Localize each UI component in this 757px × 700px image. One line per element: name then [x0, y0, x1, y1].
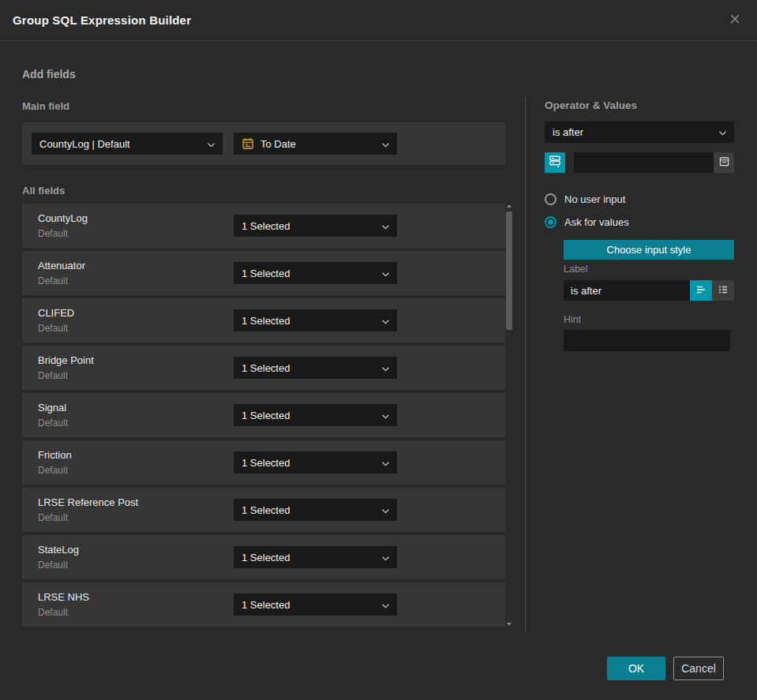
radio-label: Ask for values: [564, 216, 629, 228]
dialog-titlebar: Group SQL Expression Builder: [0, 0, 757, 41]
field-stack-icon: [549, 155, 561, 170]
choose-input-style-button[interactable]: Choose input style: [564, 240, 734, 260]
field-subtitle: Default: [38, 370, 68, 381]
main-field-select[interactable]: CountyLog | Default: [32, 133, 223, 155]
field-selection-select[interactable]: 1 Selected: [234, 546, 397, 568]
calendar-icon: [242, 137, 254, 150]
ok-button[interactable]: OK: [607, 657, 665, 680]
field-subtitle: Default: [38, 607, 68, 618]
chevron-down-icon: [382, 220, 389, 232]
label-input-row: [564, 280, 734, 301]
main-field-select-value: CountyLog | Default: [39, 138, 130, 150]
chevron-down-icon: [382, 268, 389, 279]
label-input[interactable]: [564, 280, 690, 301]
main-field-panel: CountyLog | Default To Date: [22, 122, 505, 165]
scrollbar-down-arrow[interactable]: [507, 623, 512, 626]
field-name: Bridge Point: [38, 354, 94, 366]
chevron-down-icon: [382, 138, 389, 150]
calendar-icon: [718, 155, 730, 170]
field-selection-value: 1 Selected: [242, 315, 290, 327]
scrollbar-thumb[interactable]: [506, 211, 512, 330]
field-selection-select[interactable]: 1 Selected: [234, 262, 397, 284]
field-selection-value: 1 Selected: [242, 599, 290, 611]
field-selection-value: 1 Selected: [242, 220, 290, 232]
value-input[interactable]: [574, 152, 734, 173]
chevron-down-icon: [382, 457, 389, 469]
field-name: StateLog: [38, 544, 79, 556]
chevron-down-icon: [208, 138, 215, 150]
field-subtitle: Default: [38, 228, 68, 239]
field-row-lrse-nhs: LRSE NHS Default 1 Selected: [22, 582, 505, 627]
date-field-select[interactable]: To Date: [234, 133, 397, 155]
align-left-icon: [695, 283, 707, 298]
field-name: Attenuator: [38, 260, 85, 271]
field-selection-select[interactable]: 1 Selected: [234, 593, 397, 616]
field-name: Friction: [38, 449, 72, 461]
align-left-style-button[interactable]: [690, 280, 712, 301]
field-selection-select[interactable]: 1 Selected: [234, 215, 397, 237]
field-selection-value: 1 Selected: [242, 410, 290, 421]
field-subtitle: Default: [38, 275, 68, 286]
field-row-friction: Friction Default 1 Selected: [22, 440, 505, 485]
field-row-bridge-point: Bridge Point Default 1 Selected: [22, 346, 505, 390]
field-selection-select[interactable]: 1 Selected: [234, 404, 397, 426]
field-selection-value: 1 Selected: [242, 362, 290, 374]
add-fields-heading: Add fields: [22, 68, 76, 80]
field-subtitle: Default: [38, 323, 68, 334]
field-subtitle: Default: [38, 465, 68, 476]
date-picker-button[interactable]: [714, 152, 734, 173]
field-row-statelog: StateLog Default 1 Selected: [22, 535, 505, 579]
chevron-down-icon: [382, 410, 389, 421]
field-name: Signal: [38, 402, 66, 414]
radio-on-icon: [545, 216, 557, 228]
field-row-attenuator: Attenuator Default 1 Selected: [22, 251, 505, 295]
field-row-clifed: CLIFED Default 1 Selected: [22, 298, 505, 343]
field-selection-select[interactable]: 1 Selected: [234, 499, 397, 521]
field-selection-value: 1 Selected: [242, 552, 290, 563]
chevron-down-icon: [382, 362, 389, 374]
list-style-button[interactable]: [712, 280, 734, 301]
main-field-label: Main field: [22, 100, 69, 112]
value-input-row: [545, 152, 734, 173]
radio-no-user-input[interactable]: No user input: [545, 193, 625, 205]
chevron-down-icon: [382, 599, 389, 611]
chevron-down-icon: [382, 552, 389, 563]
field-selection-value: 1 Selected: [242, 504, 290, 516]
all-fields-list: CountyLog Default 1 Selected Attenuator …: [22, 204, 505, 630]
cancel-button[interactable]: Cancel: [673, 657, 724, 680]
chevron-down-icon: [382, 315, 389, 327]
operator-select[interactable]: is after: [545, 122, 734, 143]
field-name: LRSE NHS: [38, 591, 89, 603]
field-name: CountyLog: [38, 212, 88, 224]
date-field-select-value: To Date: [260, 138, 296, 150]
radio-ask-for-values[interactable]: Ask for values: [545, 216, 629, 228]
field-values-picker-button[interactable]: [545, 152, 565, 173]
radio-off-icon: [545, 193, 557, 205]
panel-divider: [525, 97, 526, 631]
radio-label: No user input: [564, 193, 625, 205]
hint-field-label: Hint: [564, 314, 581, 325]
field-selection-value: 1 Selected: [242, 268, 290, 279]
close-button[interactable]: [725, 11, 744, 30]
field-selection-select[interactable]: 1 Selected: [234, 357, 397, 379]
field-subtitle: Default: [38, 560, 68, 571]
scrollbar-up-arrow[interactable]: [507, 204, 512, 208]
dialog-title: Group SQL Expression Builder: [13, 13, 191, 27]
field-name: LRSE Reference Post: [38, 496, 138, 508]
field-row-lrse-reference-post: LRSE Reference Post Default 1 Selected: [22, 488, 505, 532]
field-selection-select[interactable]: 1 Selected: [234, 309, 397, 331]
list-scrollbar: [505, 202, 513, 628]
field-row-signal: Signal Default 1 Selected: [22, 393, 505, 437]
all-fields-label: All fields: [22, 185, 65, 197]
operator-values-heading: Operator & Values: [545, 99, 637, 111]
field-selection-select[interactable]: 1 Selected: [234, 451, 397, 474]
hint-input[interactable]: [564, 330, 730, 351]
list-icon: [717, 283, 729, 298]
field-subtitle: Default: [38, 512, 68, 523]
chevron-down-icon: [719, 126, 726, 138]
field-row-countylog: CountyLog Default 1 Selected: [22, 204, 505, 248]
field-name: CLIFED: [38, 307, 74, 319]
label-field-label: Label: [564, 264, 588, 275]
operator-select-value: is after: [553, 126, 583, 138]
chevron-down-icon: [382, 504, 389, 516]
